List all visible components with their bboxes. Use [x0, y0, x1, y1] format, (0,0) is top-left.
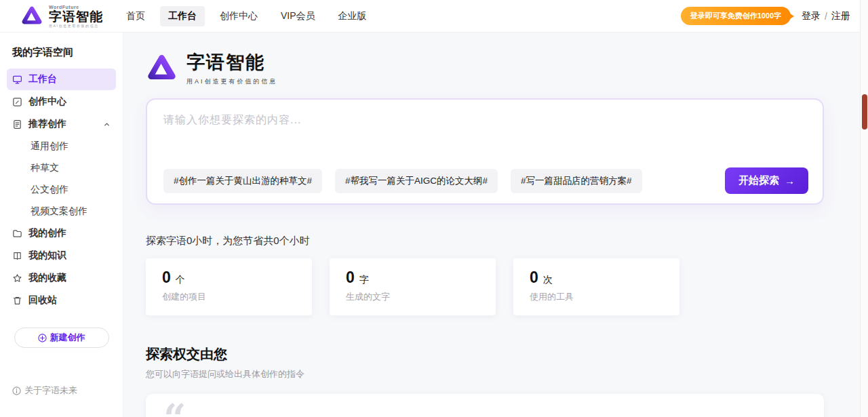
sidebar-item-label: 回收站 — [28, 294, 57, 306]
qa-card: “ 字语智能是什么? 嗯，帮我创作一篇北京出游攻略 — [146, 394, 824, 417]
top-navbar: WordFuture 字语智能 用AI创造更有价值的信息 首页 工作台 创作中心… — [0, 0, 868, 33]
sidebar-item-label: 工作台 — [28, 73, 57, 85]
sidebar-item-favorites[interactable]: 我的收藏 — [7, 267, 116, 289]
book-icon — [12, 251, 22, 261]
hero-brand-text: 字语智能 用AI创造更有价值的信息 — [186, 50, 278, 86]
sidebar-item-label: 推荐创作 — [28, 118, 66, 130]
main-nav: 首页 工作台 创作中心 VIP会员 企业版 — [118, 6, 375, 26]
stat-cards: 0 个 创建的项目 0 字 生成的文字 0 次 — [146, 258, 868, 315]
nav-item-enterprise[interactable]: 企业版 — [330, 6, 375, 26]
sidebar-title: 我的字语空间 — [0, 46, 123, 59]
brand-tagline: 用AI创造更有价值的信息 — [49, 24, 103, 28]
sidebar-item-label: 我的知识 — [28, 250, 66, 262]
chevron-up-icon[interactable] — [103, 121, 111, 128]
star-icon — [12, 273, 22, 283]
stat-unit: 次 — [543, 274, 553, 286]
stats-summary: 探索字语0小时，为您节省共0个小时 — [146, 235, 868, 247]
stat-unit: 个 — [176, 274, 185, 286]
brand-superscript: WordFuture — [49, 5, 103, 9]
sidebar-subitem-seeding[interactable]: 种草文 — [0, 157, 123, 179]
search-input[interactable] — [147, 100, 823, 153]
about-link[interactable]: 关于字语未来 — [12, 384, 77, 397]
explore-section-title: 探索权交由您 — [146, 345, 868, 363]
app-window: WordFuture 字语智能 用AI创造更有价值的信息 首页 工作台 创作中心… — [0, 0, 868, 417]
login-promo-button[interactable]: 登录即可享免费创作1000字 — [681, 7, 791, 25]
suggestion-chip[interactable]: #创作一篇关于黄山出游的种草文# — [163, 169, 322, 193]
stat-card-words: 0 字 生成的文字 — [330, 258, 496, 315]
brand-text: WordFuture 字语智能 用AI创造更有价值的信息 — [49, 5, 103, 28]
sidebar-item-label: 我的创作 — [28, 227, 66, 239]
plus-circle-icon — [38, 334, 47, 342]
sidebar-item-my-works[interactable]: 我的创作 — [7, 222, 116, 244]
register-link[interactable]: 注册 — [831, 10, 850, 22]
hero-brand: 字语智能 用AI创造更有价值的信息 — [146, 50, 868, 86]
sidebar-item-label: 我的收藏 — [28, 272, 66, 284]
stat-label: 创建的项目 — [162, 291, 296, 303]
sidebar-item-label: 创作中心 — [28, 96, 66, 108]
new-creation-button[interactable]: 新建创作 — [14, 327, 109, 348]
main-content: 字语智能 用AI创造更有价值的信息 #创作一篇关于黄山出游的种草文# #帮我写一… — [123, 33, 868, 417]
auth-links: 登录 / 注册 — [802, 10, 850, 22]
info-circle-icon — [12, 386, 21, 395]
hero-title: 字语智能 — [186, 50, 278, 75]
nav-item-workspace[interactable]: 工作台 — [160, 6, 205, 26]
folder-icon — [12, 229, 22, 239]
brand-triangle-icon — [20, 5, 43, 26]
stat-value: 0 — [530, 269, 538, 287]
brand-title: 字语智能 — [49, 10, 103, 23]
auth-divider: / — [825, 11, 827, 22]
scrollbar-thumb[interactable] — [862, 94, 867, 130]
suggestion-chip[interactable]: #帮我写一篇关于AIGC的论文大纲# — [335, 169, 498, 193]
sidebar-item-recommended[interactable]: 推荐创作 — [7, 113, 116, 135]
trash-icon — [12, 296, 22, 306]
new-creation-label: 新建创作 — [50, 332, 85, 344]
stat-card-projects: 0 个 创建的项目 — [146, 258, 312, 315]
sidebar-subitem-video[interactable]: 视频文案创作 — [0, 201, 123, 222]
stat-card-tools: 0 次 使用的工具 — [513, 258, 679, 315]
hero-tagline: 用AI创造更有价值的信息 — [186, 77, 278, 86]
stat-label: 生成的文字 — [346, 291, 479, 303]
search-panel: #创作一篇关于黄山出游的种草文# #帮我写一篇关于AIGC的论文大纲# #写一篇… — [146, 98, 824, 205]
stat-value: 0 — [346, 269, 355, 287]
explore-button[interactable]: 开始探索 → — [725, 167, 808, 194]
sidebar-subitem-official[interactable]: 公文创作 — [0, 179, 123, 201]
page-scrollbar[interactable] — [860, 0, 868, 417]
sidebar-subitem-general[interactable]: 通用创作 — [0, 136, 123, 157]
document-icon — [12, 119, 22, 130]
about-link-label: 关于字语未来 — [24, 384, 77, 397]
sidebar: 我的字语空间 工作台 创作中心 推荐创作 通用创作 种草文 公文创作 视频文案创… — [0, 33, 123, 417]
nav-item-home[interactable]: 首页 — [118, 6, 153, 26]
explore-button-label: 开始探索 — [738, 174, 779, 187]
nav-item-creation-center[interactable]: 创作中心 — [212, 6, 266, 26]
quote-icon: “ — [163, 408, 182, 417]
stat-label: 使用的工具 — [530, 291, 663, 303]
stat-unit: 字 — [359, 274, 369, 286]
sidebar-item-recycle-bin[interactable]: 回收站 — [7, 290, 116, 311]
monitor-icon — [12, 75, 22, 85]
navbar-right: 登录即可享免费创作1000字 登录 / 注册 — [681, 7, 850, 25]
arrow-right-icon: → — [785, 175, 795, 186]
stat-value: 0 — [162, 269, 171, 287]
edit-square-icon — [12, 97, 22, 107]
suggestion-chips: #创作一篇关于黄山出游的种草文# #帮我写一篇关于AIGC的论文大纲# #写一篇… — [163, 167, 808, 194]
suggestion-chip[interactable]: #写一篇甜品店的营销方案# — [511, 169, 642, 193]
explore-section-subtitle: 您可以向字语提问或给出具体创作的指令 — [146, 368, 868, 380]
brand-logo[interactable]: WordFuture 字语智能 用AI创造更有价值的信息 — [20, 5, 103, 28]
nav-item-vip[interactable]: VIP会员 — [273, 6, 323, 26]
sidebar-item-workspace[interactable]: 工作台 — [7, 68, 116, 90]
sidebar-item-my-knowledge[interactable]: 我的知识 — [7, 245, 116, 266]
hero-triangle-icon — [146, 54, 178, 83]
login-link[interactable]: 登录 — [802, 10, 821, 22]
sidebar-item-creation-center[interactable]: 创作中心 — [7, 91, 116, 113]
